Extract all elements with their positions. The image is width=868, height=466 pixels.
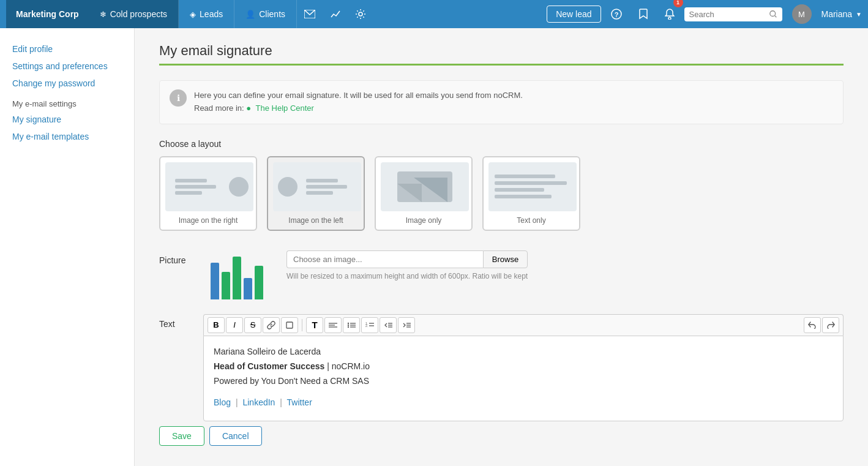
bold-button[interactable]: B: [208, 317, 225, 333]
info-icon: ℹ: [170, 89, 187, 107]
editor-area[interactable]: Mariana Solleiro de Lacerda Head of Cust…: [203, 336, 844, 421]
ol-button[interactable]: 1.2.: [361, 317, 378, 333]
title-underline: [159, 64, 844, 66]
cancel-button[interactable]: Cancel: [209, 426, 262, 446]
save-button[interactable]: Save: [159, 426, 204, 446]
svg-point-15: [348, 326, 349, 327]
upload-hint: Will be resized to a maximum height and …: [286, 272, 528, 280]
clients-icon: 👤: [245, 10, 255, 19]
text-section: Text B I S T: [159, 314, 844, 421]
chart-bar: [233, 257, 241, 299]
page-layout: Edit profile Settings and preferences Ch…: [0, 28, 868, 466]
layout-label-1: Image on the left: [273, 216, 359, 225]
toolbar-sep-1: [302, 319, 302, 331]
action-row: Save Cancel: [159, 426, 844, 446]
layout-label-0: Image on the right: [165, 216, 251, 225]
layout-label-2: Image only: [381, 216, 466, 225]
user-name[interactable]: Mariana: [821, 9, 853, 19]
svg-point-13: [348, 324, 349, 325]
ul-button[interactable]: [343, 317, 360, 333]
sidebar-item-password[interactable]: Change my password: [0, 75, 134, 92]
svg-line-6: [775, 16, 777, 18]
search-input[interactable]: [689, 10, 766, 19]
new-lead-button[interactable]: New lead: [547, 6, 600, 23]
main-content: My email signature ℹ Here you can define…: [135, 28, 868, 466]
sidebar: Edit profile Settings and preferences Ch…: [0, 28, 135, 466]
notification-badge: 1: [673, 0, 683, 7]
sidebar-item-templates[interactable]: My e-mail templates: [0, 128, 134, 145]
layout-card-text-only[interactable]: Text only: [482, 156, 580, 231]
chart-bar: [255, 266, 263, 299]
layout-card-image-right[interactable]: Image on the right: [159, 156, 257, 231]
svg-text:?: ?: [614, 11, 618, 18]
chart-bar: [244, 278, 252, 299]
editor-line-1: Mariana Solleiro de Lacerda: [214, 345, 833, 358]
nav-chart-icon[interactable]: [323, 0, 348, 28]
bookmark-icon[interactable]: [632, 0, 655, 28]
text-label: Text: [159, 314, 196, 329]
editor-links-line: Blog | LinkedIn | Twitter: [214, 396, 833, 409]
layout-label-3: Text only: [488, 216, 574, 225]
undo-button[interactable]: [804, 317, 821, 333]
editor-line-3: Powered by You Don't Need a CRM SAS: [214, 374, 833, 388]
layout-section-label: Choose a layout: [159, 139, 844, 149]
nav-clients[interactable]: 👤 Clients: [234, 0, 297, 28]
svg-point-1: [359, 12, 362, 16]
svg-point-4: [668, 17, 671, 20]
layout-card-image-only[interactable]: Image only: [375, 156, 473, 231]
help-icon[interactable]: ?: [604, 0, 629, 28]
help-center-link[interactable]: The Help Center: [256, 103, 314, 113]
chart-bar: [211, 263, 219, 299]
brand[interactable]: Marketing Corp: [6, 0, 89, 28]
editor-blog-link[interactable]: Blog: [214, 397, 231, 407]
sidebar-item-settings[interactable]: Settings and preferences: [0, 58, 134, 75]
notification-icon[interactable]: 1: [657, 0, 682, 28]
picture-label: Picture: [159, 250, 196, 265]
sidebar-item-edit-profile[interactable]: Edit profile: [0, 40, 134, 58]
indent-less-button[interactable]: [380, 317, 397, 333]
indent-more-button[interactable]: [398, 317, 415, 333]
chart-bar: [222, 272, 230, 299]
nav-email-icon[interactable]: [297, 0, 323, 28]
nav-leads[interactable]: ◈ Leads: [179, 0, 234, 28]
svg-rect-7: [286, 322, 293, 328]
topnav: Marketing Corp ❄ Cold prospects ◈ Leads …: [0, 0, 868, 28]
heading-button[interactable]: T: [306, 317, 323, 333]
cold-prospects-icon: ❄: [100, 10, 107, 19]
image-input[interactable]: [286, 250, 483, 268]
picture-upload: Browse Will be resized to a maximum heig…: [286, 250, 528, 280]
redo-button[interactable]: [822, 317, 839, 333]
clear-format-button[interactable]: [281, 317, 298, 333]
italic-button[interactable]: I: [226, 317, 243, 333]
sidebar-email-section: My e-mail settings: [0, 92, 134, 111]
link-button[interactable]: [263, 317, 280, 333]
user-dropdown-icon[interactable]: ▼: [856, 11, 862, 18]
leads-icon: ◈: [190, 10, 196, 19]
search-icon: [769, 10, 777, 18]
browse-button[interactable]: Browse: [483, 250, 528, 268]
nav-cold-prospects[interactable]: ❄ Cold prospects: [89, 0, 179, 28]
editor-linkedin-link[interactable]: LinkedIn: [242, 397, 275, 407]
svg-text:2.: 2.: [365, 324, 368, 328]
page-title: My email signature: [159, 43, 844, 59]
editor-line2-rest: | noCRM.io: [324, 361, 370, 371]
info-box: ℹ Here you can define your email signatu…: [159, 80, 844, 124]
editor-line-2: Head of Customer Success | noCRM.io: [214, 359, 833, 373]
strikethrough-button[interactable]: S: [244, 317, 261, 333]
editor-twitter-link[interactable]: Twitter: [287, 397, 312, 407]
picture-section: Picture Browse Will be resized to a maxi…: [159, 250, 844, 299]
search-box[interactable]: [684, 7, 782, 21]
picture-preview: [211, 250, 272, 299]
align-button[interactable]: [324, 317, 342, 333]
sidebar-item-signature[interactable]: My signature: [0, 111, 134, 128]
svg-point-11: [348, 322, 349, 323]
editor-bold-text: Head of Customer Success: [214, 361, 324, 371]
text-toolbar: B I S T: [203, 314, 844, 336]
nav-settings-icon[interactable]: [348, 0, 373, 28]
avatar[interactable]: M: [785, 0, 819, 28]
layout-card-image-left[interactable]: Image on the left: [267, 156, 365, 231]
info-text: Here you can define your email signature…: [194, 89, 523, 115]
layout-cards: Image on the right Image on the left: [159, 156, 844, 231]
svg-point-5: [770, 11, 776, 17]
